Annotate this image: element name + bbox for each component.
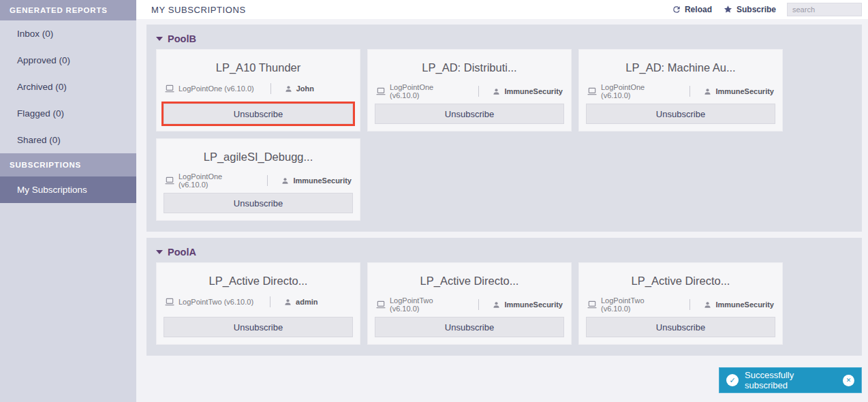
unsubscribe-button[interactable]: Unsubscribe [375, 104, 564, 124]
sidebar-item-archived[interactable]: Archived (0) [0, 74, 136, 100]
user-icon [704, 88, 711, 95]
laptop-icon [165, 176, 174, 185]
subscription-card: LP_Active Directo... LogPointTwo (v6.10.… [156, 262, 360, 345]
report-title: LP_A10 Thunder [157, 61, 360, 74]
card-meta: LogPointOne (v6.10.0) John [165, 83, 352, 94]
subscribe-label: Subscribe [737, 5, 776, 14]
subscription-card: LP_AD: Machine Au... LogPointOne (v6.10.… [578, 49, 783, 132]
report-title: LP_Active Directo... [579, 275, 782, 288]
sidebar-item-my-subscriptions[interactable]: My Subscriptions [0, 176, 136, 203]
pool-header-poolb[interactable]: PoolB [156, 31, 852, 47]
subscription-card: LP_agileSI_Debugg... LogPointOne (v6.10.… [156, 138, 360, 221]
report-title: LP_Active Directo... [157, 275, 360, 288]
owner-name: ImmuneSecurity [504, 300, 563, 309]
unsubscribe-button[interactable]: Unsubscribe [164, 104, 353, 124]
unsubscribe-button[interactable]: Unsubscribe [586, 317, 775, 337]
user-icon [281, 177, 289, 185]
report-title: LP_AD: Machine Au... [579, 61, 782, 74]
user-icon [704, 301, 711, 309]
toast-message: Successfully subscribed [745, 370, 837, 390]
unsubscribe-button[interactable]: Unsubscribe [164, 317, 353, 337]
collapse-arrow-icon [156, 250, 163, 254]
user-icon [493, 301, 500, 309]
laptop-icon [376, 87, 386, 95]
search-input[interactable] [787, 3, 862, 16]
subscription-card: LP_Active Directo... LogPointTwo (v6.10.… [578, 262, 783, 345]
meta-divider [689, 86, 690, 97]
report-title: LP_AD: Distributi... [368, 61, 571, 74]
subscribe-star-icon [723, 5, 733, 14]
laptop-icon [165, 298, 174, 306]
laptop-icon [587, 87, 597, 95]
user-icon [493, 88, 500, 95]
reload-button[interactable]: Reload [672, 5, 712, 14]
close-icon[interactable]: ✕ [843, 375, 854, 386]
pool-header-poola[interactable]: PoolA [156, 244, 852, 260]
laptop-icon [165, 84, 174, 93]
card-meta: LogPointTwo (v6.10.0) ImmuneSecurity [587, 296, 774, 313]
meta-divider [267, 175, 268, 186]
toast-notification: ✓ Successfully subscribed ✕ [719, 367, 862, 393]
sidebar-item-shared[interactable]: Shared (0) [0, 127, 136, 153]
laptop-icon [376, 300, 386, 309]
meta-divider [478, 86, 479, 97]
subscription-card: LP_A10 Thunder LogPointOne (v6.10.0) Joh… [156, 49, 360, 132]
meta-divider [270, 83, 271, 94]
sidebar-item-approved[interactable]: Approved (0) [0, 47, 136, 74]
card-grid-poolb: LP_A10 Thunder LogPointOne (v6.10.0) Joh… [156, 49, 852, 221]
meta-divider [270, 296, 270, 307]
card-meta: LogPointTwo (v6.10.0) ImmuneSecurity [376, 296, 563, 313]
user-icon [284, 298, 292, 306]
logpoint-name: LogPointTwo (v6.10.0) [179, 298, 253, 306]
laptop-icon [587, 300, 597, 309]
sidebar-item-flagged[interactable]: Flagged (0) [0, 100, 136, 127]
owner-name: John [296, 84, 314, 93]
logpoint-name: LogPointTwo (v6.10.0) [601, 296, 673, 313]
topbar: MY SUBSCRIPTIONS Reload Subscribe [136, 0, 868, 19]
logpoint-name: LogPointOne (v6.10.0) [390, 83, 462, 99]
sidebar-item-inbox[interactable]: Inbox (0) [0, 20, 136, 47]
unsubscribe-button[interactable]: Unsubscribe [164, 193, 353, 213]
card-grid-poola: LP_Active Directo... LogPointTwo (v6.10.… [156, 262, 852, 345]
owner-name: ImmuneSecurity [504, 87, 563, 95]
reload-icon [672, 5, 681, 14]
topbar-actions: Reload Subscribe [672, 3, 862, 16]
check-circle-icon: ✓ [726, 374, 739, 386]
pool-section-poolb: PoolB LP_A10 Thunder LogPointOne (v6.10.… [146, 25, 862, 232]
report-title: LP_Active Directo... [368, 275, 571, 288]
sidebar-header-subscriptions: SUBSCRIPTIONS [0, 153, 136, 176]
meta-divider [689, 299, 690, 310]
subscription-card: LP_AD: Distributi... LogPointOne (v6.10.… [367, 49, 572, 132]
unsubscribe-button[interactable]: Unsubscribe [375, 317, 564, 337]
owner-name: admin [296, 298, 317, 306]
meta-divider [478, 299, 479, 310]
subscribe-button[interactable]: Subscribe [723, 5, 776, 14]
card-meta: LogPointOne (v6.10.0) ImmuneSecurity [376, 83, 563, 99]
logpoint-name: LogPointOne (v6.10.0) [179, 172, 251, 189]
page-title: MY SUBSCRIPTIONS [151, 5, 246, 15]
owner-name: ImmuneSecurity [293, 176, 352, 185]
card-meta: LogPointOne (v6.10.0) ImmuneSecurity [587, 83, 774, 99]
card-meta: LogPointTwo (v6.10.0) admin [165, 296, 352, 307]
owner-name: ImmuneSecurity [715, 300, 774, 309]
owner-name: ImmuneSecurity [715, 87, 774, 95]
report-title: LP_agileSI_Debugg... [157, 151, 360, 164]
sidebar-header-generated-reports: GENERATED REPORTS [0, 0, 136, 20]
logpoint-name: LogPointOne (v6.10.0) [179, 84, 254, 93]
pool-name: PoolB [168, 33, 196, 44]
subscription-card: LP_Active Directo... LogPointTwo (v6.10.… [367, 262, 572, 345]
collapse-arrow-icon [156, 37, 163, 41]
subscriptions-content: PoolB LP_A10 Thunder LogPointOne (v6.10.… [136, 19, 868, 402]
pool-name: PoolA [168, 247, 196, 258]
reload-label: Reload [685, 5, 712, 14]
logpoint-name: LogPointOne (v6.10.0) [601, 83, 673, 99]
card-meta: LogPointOne (v6.10.0) ImmuneSecurity [165, 172, 352, 189]
sidebar: GENERATED REPORTS Inbox (0) Approved (0)… [0, 0, 136, 402]
logpoint-name: LogPointTwo (v6.10.0) [390, 296, 462, 313]
unsubscribe-button[interactable]: Unsubscribe [586, 104, 775, 124]
pool-section-poola: PoolA LP_Active Directo... LogPointTwo (… [146, 238, 862, 356]
user-icon [285, 85, 292, 93]
